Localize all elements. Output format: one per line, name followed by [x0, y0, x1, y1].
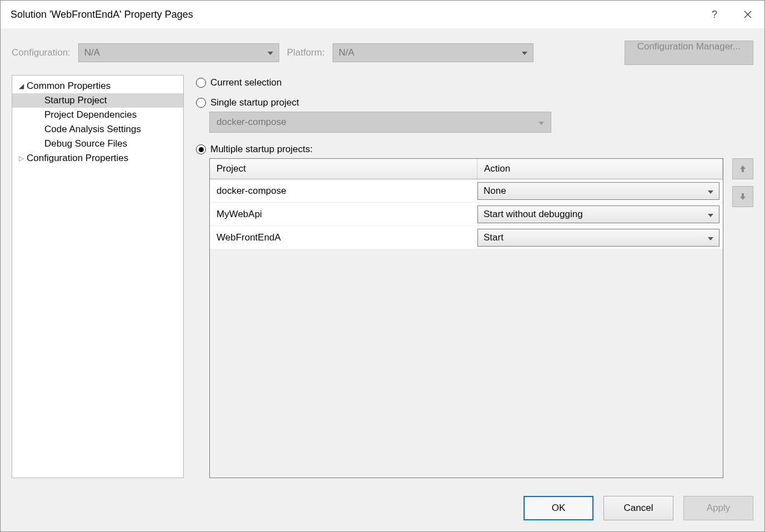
tree-project-dependencies[interactable]: Project Dependencies [12, 108, 183, 122]
tree-label: Debug Source Files [44, 138, 127, 149]
tree-common-properties[interactable]: ◢ Common Properties [12, 79, 183, 93]
dialog-body: Configuration: N/A Platform: N/A Configu… [1, 28, 764, 531]
radio-single-startup[interactable]: Single startup project [196, 97, 753, 108]
config-row: Configuration: N/A Platform: N/A Configu… [1, 28, 764, 75]
move-down-button[interactable] [732, 186, 753, 207]
radio-label: Current selection [210, 77, 282, 88]
tree-configuration-properties[interactable]: ▷ Configuration Properties [12, 151, 183, 165]
chevron-down-icon [268, 49, 273, 56]
apply-button: Apply [683, 496, 753, 520]
platform-label: Platform: [287, 47, 325, 58]
action-value: Start without debugging [484, 209, 583, 220]
cancel-button[interactable]: Cancel [603, 496, 673, 520]
platform-combo: N/A [333, 43, 534, 62]
tree-code-analysis-settings[interactable]: Code Analysis Settings [12, 122, 183, 137]
radio-multiple-startup[interactable]: Multiple startup projects: [196, 144, 753, 155]
grid-row[interactable]: docker-compose None [210, 179, 723, 203]
chevron-down-icon [708, 185, 713, 197]
cell-project: docker-compose [210, 185, 477, 197]
expand-collapse-icon[interactable]: ▷ [17, 154, 26, 162]
radio-icon[interactable] [196, 144, 206, 154]
action-value: None [484, 185, 506, 197]
multiple-startup-area: Project Action docker-compose None [209, 158, 753, 478]
category-tree[interactable]: ◢ Common Properties Startup Project Proj… [12, 75, 184, 478]
configuration-combo: N/A [78, 43, 279, 62]
radio-current-selection[interactable]: Current selection [196, 77, 753, 88]
expand-collapse-icon[interactable]: ◢ [17, 82, 26, 90]
action-select[interactable]: None [477, 182, 719, 200]
cell-project: MyWebApi [210, 209, 477, 220]
radio-icon[interactable] [196, 78, 206, 88]
chevron-down-icon [708, 232, 713, 243]
cell-project: WebFrontEndA [210, 232, 477, 243]
action-select[interactable]: Start [477, 229, 719, 247]
help-icon[interactable]: ? [698, 1, 731, 28]
tree-label: Code Analysis Settings [44, 124, 141, 135]
grid-body: docker-compose None MyWebApi [210, 179, 723, 249]
ok-button[interactable]: OK [524, 496, 593, 520]
grid-row[interactable]: WebFrontEndA Start [210, 226, 723, 249]
close-icon[interactable] [731, 1, 764, 28]
action-select[interactable]: Start without debugging [477, 205, 719, 223]
window-title: Solution 'WebFrontEndA' Property Pages [11, 9, 698, 21]
single-startup-value: docker-compose [217, 117, 286, 128]
grid-row[interactable]: MyWebApi Start without debugging [210, 203, 723, 226]
configuration-value: N/A [84, 47, 100, 58]
titlebar: Solution 'WebFrontEndA' Property Pages ? [1, 1, 764, 28]
radio-label: Multiple startup projects: [210, 144, 313, 155]
reorder-buttons [732, 158, 753, 478]
tree-label: Startup Project [44, 95, 107, 106]
chevron-down-icon [708, 209, 713, 220]
header-action[interactable]: Action [477, 159, 723, 179]
tree-startup-project[interactable]: Startup Project [12, 93, 183, 108]
tree-label: Configuration Properties [27, 153, 128, 164]
chevron-down-icon [538, 117, 544, 128]
tree-label: Project Dependencies [44, 109, 137, 121]
header-project[interactable]: Project [210, 159, 477, 179]
configuration-manager-button: Configuration Manager... [625, 41, 753, 65]
tree-label: Common Properties [27, 81, 110, 92]
tree-debug-source-files[interactable]: Debug Source Files [12, 137, 183, 151]
dialog-footer: OK Cancel Apply [1, 489, 764, 531]
grid-header: Project Action [210, 159, 723, 179]
move-up-button[interactable] [732, 158, 753, 179]
main-row: ◢ Common Properties Startup Project Proj… [1, 75, 764, 489]
chevron-down-icon [522, 49, 527, 56]
startup-project-pane: Current selection Single startup project… [196, 75, 753, 478]
single-startup-combo: docker-compose [209, 112, 551, 133]
action-value: Start [484, 232, 504, 243]
startup-grid[interactable]: Project Action docker-compose None [209, 158, 723, 478]
radio-label: Single startup project [210, 97, 299, 108]
platform-value: N/A [339, 47, 354, 58]
radio-icon[interactable] [196, 98, 206, 108]
configuration-label: Configuration: [12, 47, 71, 58]
